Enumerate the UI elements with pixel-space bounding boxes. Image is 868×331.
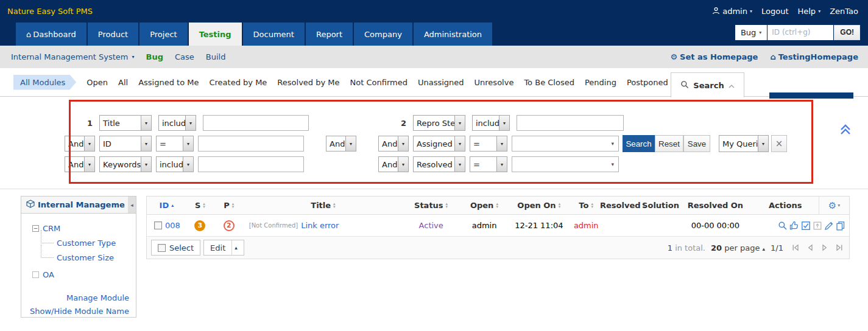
field-select[interactable]: Keywords ▾ — [99, 156, 152, 172]
value-input[interactable] — [517, 115, 624, 131]
close-icon[interactable] — [801, 221, 811, 231]
tab-dashboard[interactable]: ⌂ Dashboard — [16, 23, 86, 46]
filter-unassigned[interactable]: Unassigned — [418, 78, 464, 87]
header-resolved[interactable]: Resolved▴▾ — [603, 201, 643, 210]
collapse-minus-icon[interactable]: − — [32, 225, 39, 232]
subnav-item-case[interactable]: Case — [175, 52, 194, 61]
tab-document[interactable]: Document — [243, 23, 305, 46]
operator-select[interactable]: includin ▾ — [156, 156, 194, 172]
field-select[interactable]: Assigned T ▾ — [413, 136, 465, 152]
edit-icon[interactable] — [824, 221, 834, 231]
filter-unresolve[interactable]: Unresolve — [475, 78, 514, 87]
operator-select[interactable]: = ▾ — [470, 136, 507, 152]
subnav-item-build[interactable]: Build — [206, 52, 226, 61]
value-select[interactable]: ▾ — [512, 136, 619, 152]
header-severity[interactable]: S▴▾ — [186, 201, 214, 210]
last-page-icon[interactable] — [835, 243, 844, 252]
search-button[interactable]: Search — [623, 135, 655, 152]
header-title[interactable]: Title▴▾ — [244, 201, 403, 210]
tab-product[interactable]: Product — [88, 23, 138, 46]
tree-node-oa[interactable]: OA — [21, 267, 136, 282]
help-menu[interactable]: Help ▾ — [797, 7, 820, 16]
operator-select[interactable]: = ▾ — [156, 136, 194, 152]
field-select[interactable]: ID ▾ — [99, 136, 152, 152]
header-status[interactable]: Status▴▾ — [402, 201, 460, 210]
filter-postponed[interactable]: Postponed — [627, 78, 668, 87]
batch-edit-button[interactable]: Edit ▴ — [203, 240, 244, 256]
my-queries-select[interactable]: My Queries ▾ — [719, 135, 769, 152]
resolve-icon[interactable] — [789, 221, 799, 231]
filter-open[interactable]: Open — [86, 78, 108, 87]
header-to[interactable]: To▴▾ — [570, 201, 603, 210]
header-open-on[interactable]: Open On▴▾ — [509, 201, 570, 210]
tree-node-customer-type[interactable]: Customer Type — [21, 235, 136, 250]
field-select[interactable]: Resolved B ▾ — [413, 156, 465, 172]
confirm-icon[interactable] — [778, 221, 788, 231]
value-input[interactable] — [198, 136, 304, 152]
filter-not-confirmed[interactable]: Not Confirmed — [350, 78, 408, 87]
subnav-item-bug[interactable]: Bug — [146, 52, 163, 61]
bug-title-link[interactable]: Link error — [301, 221, 339, 230]
column-settings-button[interactable]: ⚙ ▾ — [819, 197, 849, 215]
select-all-checkbox[interactable] — [158, 244, 166, 252]
set-homepage-link[interactable]: ⚙ Set as Homepage — [670, 52, 758, 61]
expand-box-icon[interactable] — [32, 271, 39, 278]
value-input[interactable] — [198, 156, 304, 172]
logout-link[interactable]: Logout — [761, 7, 789, 16]
field-select[interactable]: Title ▾ — [99, 115, 152, 131]
tree-node-customer-size[interactable]: Customer Size — [21, 250, 136, 265]
operator-select[interactable]: includin ▾ — [472, 115, 510, 131]
to-story-icon[interactable] — [813, 221, 822, 231]
filter-resolved-by-me[interactable]: Resolved by Me — [277, 78, 339, 87]
collapse-up-icon[interactable] — [839, 123, 852, 138]
testing-homepage-link[interactable]: ⌂TestingHomepage — [770, 52, 858, 61]
tab-project[interactable]: Project — [139, 23, 187, 46]
tab-report[interactable]: Report — [306, 23, 353, 46]
bug-id-link[interactable]: 008 — [165, 221, 180, 230]
header-solution[interactable]: Solution — [643, 201, 679, 210]
toggle-module-name-link[interactable]: Show/Hide Module Name — [21, 305, 129, 318]
filter-to-be-closed[interactable]: To Be Closed — [524, 78, 574, 87]
search-toggle-tab[interactable]: Search — [671, 72, 744, 97]
copy-icon[interactable] — [836, 221, 845, 231]
group-andor-select[interactable]: And ▾ — [326, 136, 356, 152]
operator-select[interactable]: includin ▾ — [158, 115, 196, 131]
header-open[interactable]: Open▴▾ — [460, 201, 509, 210]
zentao-link[interactable]: ZenTao — [830, 7, 858, 16]
filter-pending[interactable]: Pending — [585, 78, 616, 87]
filter-assigned-to-me[interactable]: Assigned to Me — [138, 78, 199, 87]
collapse-sidebar-handle[interactable]: ◂ — [128, 197, 136, 213]
tree-node-crm[interactable]: − CRM — [21, 221, 136, 235]
reset-button[interactable]: Reset — [655, 135, 683, 152]
goto-id-input[interactable] — [767, 25, 833, 40]
operator-select[interactable]: = ▾ — [470, 156, 507, 172]
product-switcher[interactable]: Internal Management System ▾ — [11, 52, 135, 61]
field-select[interactable]: Repro Step ▾ — [413, 115, 465, 131]
tab-testing[interactable]: Testing — [189, 23, 242, 46]
row-checkbox[interactable] — [154, 221, 162, 229]
user-menu[interactable]: admin ▾ — [712, 7, 752, 16]
andor-select[interactable]: And ▾ — [378, 156, 409, 172]
first-page-icon[interactable] — [791, 243, 800, 252]
header-id[interactable]: ID▴ — [147, 201, 186, 210]
goto-type-dropdown[interactable]: Bug ▾ — [735, 25, 767, 40]
all-modules-badge[interactable]: All Modules — [13, 75, 76, 90]
value-select[interactable]: ▾ — [512, 156, 619, 172]
per-page-control[interactable]: 20 per page ▴ — [711, 243, 765, 253]
manage-module-link[interactable]: Manage Module — [21, 291, 129, 305]
select-all-button[interactable]: Select — [151, 240, 200, 256]
andor-select[interactable]: And ▾ — [378, 136, 409, 152]
prev-page-icon[interactable] — [806, 243, 814, 252]
value-input[interactable] — [203, 115, 309, 131]
save-button[interactable]: Save — [683, 135, 710, 152]
go-button[interactable]: GO! — [834, 25, 860, 40]
filter-created-by-me[interactable]: Created by Me — [209, 78, 267, 87]
tab-company[interactable]: Company — [354, 23, 412, 46]
close-search-button[interactable]: × — [771, 135, 787, 152]
andor-select[interactable]: And ▾ — [65, 136, 95, 152]
header-resolved-on[interactable]: Resolved On — [679, 201, 752, 210]
tab-administration[interactable]: Administration — [414, 23, 492, 46]
next-page-icon[interactable] — [820, 243, 829, 252]
filter-all[interactable]: All — [118, 78, 128, 87]
andor-select[interactable]: And ▾ — [65, 156, 95, 172]
